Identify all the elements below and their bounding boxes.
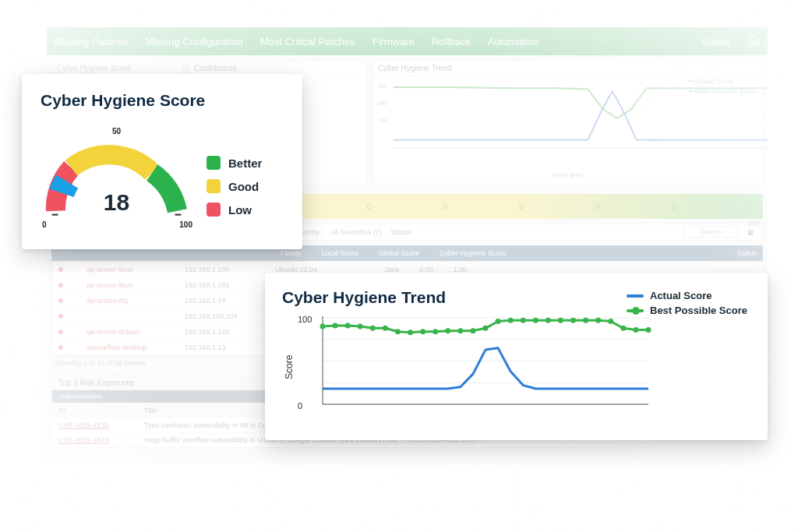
svg-point-11 [333, 322, 338, 328]
svg-point-17 [408, 329, 413, 335]
trend-chart [318, 313, 653, 418]
nav-item[interactable]: Rollback [432, 36, 471, 48]
svg-point-18 [420, 329, 425, 334]
search-input[interactable]: Search [683, 227, 738, 238]
score-title: Cyber Hygiene Score [41, 91, 284, 110]
cyber-hygiene-score-card: Cyber Hygiene Score 50 18 0 100 Better G… [22, 74, 302, 249]
swatch-better [207, 156, 221, 170]
legend-key-actual [627, 294, 644, 298]
svg-point-31 [583, 318, 588, 323]
nav-item[interactable]: Automation [488, 36, 539, 48]
svg-point-34 [621, 326, 627, 331]
nav-item[interactable]: Missing Patches [55, 36, 129, 48]
svg-point-16 [395, 329, 401, 334]
nav-item[interactable]: Firmware [373, 36, 415, 48]
svg-point-26 [521, 318, 526, 323]
svg-point-33 [609, 319, 614, 324]
cyber-hygiene-trend-card: Cyber Hygiene Trend Actual Score Best Po… [265, 273, 768, 440]
home-icon[interactable] [747, 34, 760, 49]
svg-point-23 [483, 326, 489, 331]
bg-trend-card: Cyber Hygiene Trend ━ Actual Score ━ Bes… [373, 60, 763, 185]
svg-point-36 [646, 327, 651, 333]
trend-y-axis-label: Score [282, 313, 295, 421]
svg-point-35 [634, 327, 639, 333]
svg-point-12 [345, 322, 351, 328]
svg-point-13 [358, 324, 363, 329]
svg-point-22 [471, 328, 476, 333]
svg-point-15 [383, 326, 388, 331]
nav-item[interactable]: Missing Configuration [146, 36, 243, 48]
svg-point-30 [570, 318, 576, 323]
svg-point-14 [370, 326, 376, 331]
svg-point-28 [546, 318, 551, 323]
svg-point-19 [433, 329, 439, 334]
nav-item[interactable]: Most Critical Patches [260, 36, 355, 48]
svg-point-24 [496, 319, 501, 324]
svg-point-32 [596, 318, 602, 323]
svg-point-25 [508, 318, 514, 323]
score-value: 18 [41, 189, 192, 216]
legend-key-best [627, 309, 644, 312]
swatch-low [207, 203, 221, 217]
svg-point-27 [533, 318, 538, 323]
swatch-good [207, 179, 221, 193]
score-legend: Better Good Low [207, 156, 262, 217]
status-label: Status [701, 36, 730, 48]
svg-point-29 [558, 318, 563, 323]
svg-point-21 [458, 328, 464, 333]
top-nav: Missing Patches Missing Configuration Mo… [47, 27, 768, 55]
svg-point-20 [446, 328, 451, 333]
svg-point-10 [320, 324, 326, 329]
settings-icon[interactable]: ▦ [747, 228, 754, 236]
score-gauge: 50 18 0 100 [41, 115, 192, 239]
